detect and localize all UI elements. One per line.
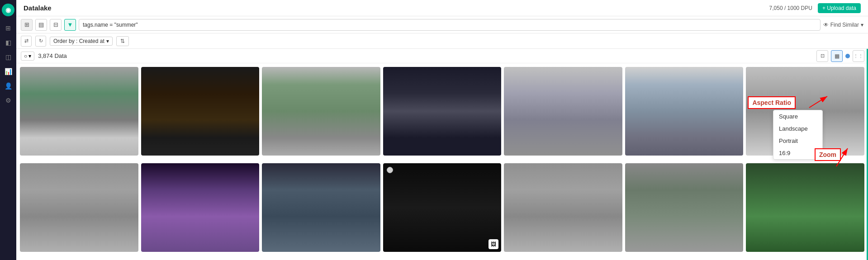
sidebar-item-settings[interactable]: ⚙ bbox=[2, 94, 14, 107]
data-icon: ◫ bbox=[5, 53, 11, 61]
image-item[interactable] bbox=[625, 163, 744, 252]
sort-direction-button[interactable]: ⇅ bbox=[116, 36, 129, 46]
aspect-square-option[interactable]: Square bbox=[773, 110, 822, 123]
image-thumbnail bbox=[625, 163, 744, 252]
sidebar-item-analytics[interactable]: 📊 bbox=[2, 65, 14, 78]
image-item[interactable] bbox=[141, 163, 260, 252]
data-count: 3,874 Data bbox=[38, 52, 67, 59]
upload-button[interactable]: + Upload data bbox=[818, 3, 861, 13]
circle-icon: ○ bbox=[24, 53, 27, 59]
shuffle-icon: ⇄ bbox=[24, 38, 28, 44]
aspect-ratio-button[interactable]: ⊡ bbox=[816, 50, 828, 62]
sidebar: ◉ ⊞ ◧ ◫ 📊 👤 ⚙ bbox=[0, 0, 16, 260]
select-dropdown[interactable]: ○ ▾ bbox=[21, 52, 34, 61]
aspect-ratio-icon: ⊡ bbox=[821, 53, 825, 59]
zoom-label: Zoom bbox=[815, 148, 841, 161]
grid-display-button[interactable]: ▦ bbox=[831, 50, 843, 62]
chevron-down-icon: ▾ bbox=[106, 38, 109, 44]
image-thumbnail bbox=[20, 67, 138, 156]
thumb-view-button[interactable]: ⊟ bbox=[50, 19, 62, 31]
analytics-icon: 📊 bbox=[5, 68, 12, 75]
aspect-ratio-label: Aspect Ratio bbox=[748, 96, 796, 109]
image-thumbnail bbox=[141, 67, 260, 156]
image-grid: 🖼 bbox=[16, 63, 868, 260]
image-thumbnail bbox=[141, 163, 260, 252]
sidebar-item-data[interactable]: ◫ bbox=[2, 51, 14, 63]
list-view-button[interactable]: ▤ bbox=[35, 19, 47, 31]
image-item[interactable] bbox=[504, 163, 622, 252]
dpu-info: 7,050 / 1000 DPU bbox=[769, 5, 812, 11]
content-area: ○ ▾ 3,874 Data ⊡ ▦ ⋮⋮ Aspect Ratio bbox=[16, 49, 868, 260]
find-similar-button[interactable]: 👁 Find Similar ▾ bbox=[823, 22, 863, 28]
eye-icon: 👁 bbox=[823, 22, 829, 28]
selection-indicator bbox=[387, 167, 393, 173]
image-item[interactable] bbox=[20, 163, 138, 252]
filter-icon: ▼ bbox=[67, 21, 73, 28]
toolbar: ⊞ ▤ ⊟ ▼ 👁 Find Similar ▾ bbox=[16, 16, 868, 33]
image-thumbnail bbox=[383, 67, 502, 156]
image-item[interactable]: 🖼 bbox=[383, 163, 502, 252]
more-options-button[interactable]: ⋮⋮ bbox=[853, 50, 864, 62]
aspect-landscape-option[interactable]: Landscape bbox=[773, 123, 822, 135]
image-thumbnail bbox=[746, 163, 864, 252]
user-icon: 👤 bbox=[5, 82, 12, 90]
image-item[interactable] bbox=[625, 67, 744, 156]
more-options-icon: ⋮⋮ bbox=[854, 53, 863, 58]
image-item[interactable] bbox=[141, 67, 260, 156]
list-view-icon: ▤ bbox=[38, 21, 44, 28]
sidebar-item-user[interactable]: 👤 bbox=[2, 80, 14, 92]
order-by-label: Order by : Created at bbox=[53, 38, 104, 44]
find-similar-label: Find Similar bbox=[830, 22, 859, 28]
sub-toolbar: ⇄ ↻ Order by : Created at ▾ ⇅ bbox=[16, 33, 868, 49]
sidebar-item-layers[interactable]: ◧ bbox=[2, 36, 14, 49]
image-item[interactable] bbox=[20, 67, 138, 156]
shuffle-button[interactable]: ⇄ bbox=[21, 36, 32, 47]
settings-icon: ⚙ bbox=[5, 97, 11, 104]
right-toolbar: ⊡ ▦ ⋮⋮ bbox=[813, 49, 868, 63]
sidebar-item-home[interactable]: ⊞ bbox=[2, 22, 14, 34]
header-right: 7,050 / 1000 DPU + Upload data bbox=[769, 3, 861, 13]
grid-view-icon: ⊞ bbox=[24, 21, 29, 28]
filter-button[interactable]: ▼ bbox=[64, 19, 76, 31]
refresh-button[interactable]: ↻ bbox=[35, 36, 46, 47]
order-by-button[interactable]: Order by : Created at ▾ bbox=[50, 37, 113, 46]
image-item[interactable] bbox=[262, 67, 380, 156]
image-item[interactable] bbox=[746, 163, 864, 252]
home-icon: ⊞ bbox=[5, 24, 11, 32]
count-bar: ○ ▾ 3,874 Data ⊡ ▦ ⋮⋮ bbox=[16, 49, 868, 63]
search-input[interactable] bbox=[79, 19, 821, 31]
image-thumbnail bbox=[625, 67, 744, 156]
logo-icon: ◉ bbox=[5, 6, 11, 14]
app-logo[interactable]: ◉ bbox=[2, 4, 14, 16]
grid-view-button[interactable]: ⊞ bbox=[21, 19, 33, 31]
grid-display-icon: ▦ bbox=[835, 53, 840, 59]
image-item[interactable] bbox=[262, 163, 380, 252]
layers-icon: ◧ bbox=[5, 39, 11, 46]
image-thumbnail bbox=[504, 163, 622, 252]
header: Datalake 7,050 / 1000 DPU + Upload data bbox=[16, 0, 868, 16]
sort-icon: ⇅ bbox=[120, 38, 125, 44]
refresh-icon: ↻ bbox=[39, 38, 43, 44]
thumb-view-icon: ⊟ bbox=[53, 21, 58, 28]
image-thumbnail bbox=[504, 67, 622, 156]
image-badge: 🖼 bbox=[489, 239, 498, 249]
main-panel: Datalake 7,050 / 1000 DPU + Upload data … bbox=[16, 0, 868, 260]
image-thumbnail bbox=[262, 163, 380, 252]
image-thumbnail bbox=[262, 67, 380, 156]
chevron-down-icon: ▾ bbox=[861, 22, 863, 28]
aspect-portrait-option[interactable]: Portrait bbox=[773, 135, 822, 147]
image-thumbnail: 🖼 bbox=[383, 163, 502, 252]
image-item[interactable] bbox=[504, 67, 622, 156]
zoom-slider-dot[interactable] bbox=[845, 54, 850, 58]
app-title: Datalake bbox=[24, 4, 52, 12]
chevron-down-icon: ▾ bbox=[28, 53, 31, 59]
image-item[interactable] bbox=[383, 67, 502, 156]
image-thumbnail bbox=[20, 163, 138, 252]
